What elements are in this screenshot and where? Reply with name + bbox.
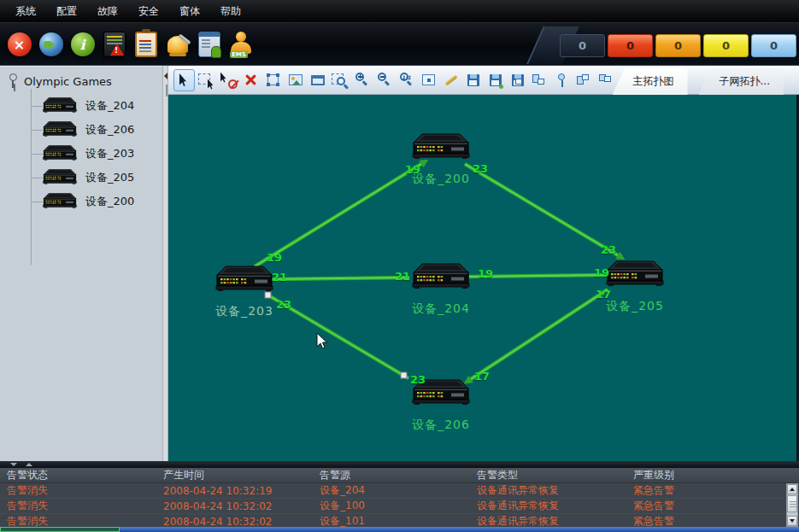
mouse-cursor-icon bbox=[317, 333, 327, 348]
topology-panel: 1:1 主拓扑图 子网拓扑... 设备_200设备_203设备_204设备_20… bbox=[168, 66, 799, 461]
image-tool[interactable] bbox=[285, 69, 306, 91]
tree-branch-line bbox=[31, 130, 43, 131]
device-switch-icon bbox=[412, 133, 470, 162]
column-header-3[interactable]: 告警类型 bbox=[470, 468, 626, 482]
triangle-up-icon bbox=[790, 488, 795, 491]
panel-tool[interactable] bbox=[307, 69, 328, 91]
device-switch-icon bbox=[215, 266, 273, 295]
device-icon bbox=[43, 97, 77, 114]
device-manager-icon[interactable] bbox=[195, 29, 223, 60]
exit-icon[interactable]: × bbox=[5, 29, 33, 60]
topology-node-dev200[interactable] bbox=[412, 133, 470, 166]
menu-item-0[interactable]: 系统 bbox=[5, 1, 46, 22]
horizontal-scrollbar[interactable] bbox=[0, 527, 799, 532]
tab-main-topology[interactable]: 主拓扑图 bbox=[613, 68, 688, 95]
scroll-up-button[interactable] bbox=[787, 484, 797, 494]
collapse-up-icon[interactable] bbox=[26, 463, 32, 466]
info-alarms-counter[interactable]: 0 bbox=[751, 34, 796, 57]
topology-canvas[interactable]: 设备_200设备_203设备_204设备_205设备_2061919232321… bbox=[168, 95, 796, 461]
scroll-down-button[interactable] bbox=[787, 516, 797, 526]
alarm-cell: 设备通讯异常恢复 bbox=[470, 514, 626, 527]
zoom-in-tool[interactable] bbox=[351, 69, 373, 91]
alarm-cell: 告警消失 bbox=[0, 483, 156, 498]
marquee-select-tool[interactable] bbox=[196, 69, 217, 91]
collapse-down-icon[interactable] bbox=[10, 463, 17, 466]
horizontal-scrollbar-thumb[interactable] bbox=[0, 527, 120, 532]
alarm-row-1[interactable]: 告警消失2008-04-24 10:32:02设备_100设备通讯异常恢复紧急告… bbox=[0, 499, 799, 514]
tree-item-4[interactable]: 设备_200 bbox=[31, 191, 159, 212]
window-glyph bbox=[198, 32, 220, 57]
tree-item-3[interactable]: 设备_205 bbox=[31, 167, 159, 188]
topology-node-dev203[interactable] bbox=[215, 266, 273, 298]
tree-item-label: 设备_203 bbox=[85, 146, 134, 161]
alarm-row-0[interactable]: 告警消失2008-04-24 10:32:19设备_204设备通讯异常恢复紧急告… bbox=[0, 483, 799, 499]
export-layout-tool[interactable] bbox=[507, 69, 528, 91]
port-label: 21 bbox=[272, 271, 287, 284]
transform-tool[interactable] bbox=[262, 69, 284, 91]
topology-node-dev204[interactable] bbox=[412, 263, 470, 295]
fit-screen-tool[interactable] bbox=[418, 69, 439, 91]
tree-item-1[interactable]: 设备_206 bbox=[31, 120, 159, 140]
node-label-dev205: 设备_205 bbox=[588, 299, 682, 314]
alarm-table-scrollbar[interactable] bbox=[786, 483, 798, 527]
bell-wrench-glyph bbox=[167, 36, 188, 53]
critical-alarms-counter[interactable]: 0 bbox=[608, 34, 653, 57]
menu-item-3[interactable]: 安全 bbox=[128, 1, 169, 22]
alarm-panel-icon[interactable] bbox=[100, 29, 128, 60]
main-toolbar-icons: ×iEMS bbox=[5, 29, 255, 60]
horizontal-splitter[interactable] bbox=[0, 461, 799, 468]
port-label: 19 bbox=[405, 163, 420, 176]
save-tool[interactable] bbox=[462, 69, 484, 91]
event-list-icon[interactable] bbox=[132, 29, 160, 60]
tree-item-label: 设备_204 bbox=[85, 98, 134, 114]
port-label: 23 bbox=[276, 298, 291, 311]
alarm-row-2[interactable]: 告警消失2008-04-24 10:32:02设备_101设备通讯异常恢复紧急告… bbox=[0, 514, 799, 527]
menu-item-4[interactable]: 窗体 bbox=[169, 1, 210, 22]
link-tool[interactable] bbox=[440, 69, 461, 91]
scrollbar-thumb[interactable] bbox=[787, 495, 797, 512]
column-header-2[interactable]: 告警源 bbox=[313, 468, 470, 482]
globe-glyph bbox=[39, 32, 63, 56]
tree-item-2[interactable]: 设备_203 bbox=[31, 143, 159, 164]
info-icon[interactable]: i bbox=[68, 29, 97, 60]
select-tool[interactable] bbox=[173, 69, 195, 91]
topology-node-dev205[interactable] bbox=[606, 260, 664, 293]
menu-item-5[interactable]: 帮助 bbox=[210, 1, 251, 22]
link-handle[interactable] bbox=[401, 372, 407, 378]
device-icon bbox=[43, 121, 77, 138]
total-alarms-value: 0 bbox=[579, 39, 586, 52]
zoom-out-tool[interactable] bbox=[373, 69, 395, 91]
alarm-cell: 设备_101 bbox=[313, 514, 470, 527]
anchor-tool[interactable] bbox=[551, 69, 573, 91]
ems-badge: EMS bbox=[230, 51, 248, 58]
select-disable-tool[interactable] bbox=[218, 69, 239, 91]
topology-tabs: 主拓扑图 子网拓扑... bbox=[613, 68, 784, 95]
tree-root-node[interactable]: Olympic Games bbox=[9, 73, 112, 89]
zoom-area-tool[interactable] bbox=[329, 69, 350, 91]
align-bottom-tool[interactable] bbox=[573, 69, 595, 91]
alarm-cell: 设备_100 bbox=[313, 499, 470, 513]
critical-alarms-value: 0 bbox=[626, 39, 634, 52]
collapse-left-icon[interactable] bbox=[164, 73, 167, 79]
column-header-4[interactable]: 严重级别 bbox=[626, 468, 799, 482]
zoom-ratio-tool[interactable]: 1:1 bbox=[396, 69, 417, 91]
menu-item-1[interactable]: 配置 bbox=[46, 1, 87, 22]
info-alarms-value: 0 bbox=[770, 39, 778, 52]
delete-tool[interactable] bbox=[240, 69, 261, 91]
vertical-splitter[interactable] bbox=[162, 66, 168, 461]
total-alarms-counter[interactable]: 0 bbox=[560, 34, 605, 57]
menu-item-2[interactable]: 故障 bbox=[87, 1, 128, 22]
device-switch-icon bbox=[412, 263, 470, 292]
major-alarms-counter[interactable]: 0 bbox=[655, 34, 701, 57]
tree-item-0[interactable]: 设备_204 bbox=[31, 96, 159, 116]
save-as-tool[interactable] bbox=[485, 69, 506, 91]
ems-user-icon[interactable]: EMS bbox=[226, 29, 255, 60]
tab-subnet-topology[interactable]: 子网拓扑... bbox=[699, 68, 784, 95]
align-left-tool[interactable] bbox=[529, 69, 550, 91]
column-header-0[interactable]: 告警状态 bbox=[0, 468, 156, 482]
tree-branch-line bbox=[31, 154, 43, 155]
column-header-1[interactable]: 产生时间 bbox=[156, 468, 313, 482]
topology-view-icon[interactable] bbox=[37, 29, 65, 60]
minor-alarms-counter[interactable]: 0 bbox=[703, 34, 749, 57]
alarm-settings-icon[interactable] bbox=[163, 29, 191, 60]
